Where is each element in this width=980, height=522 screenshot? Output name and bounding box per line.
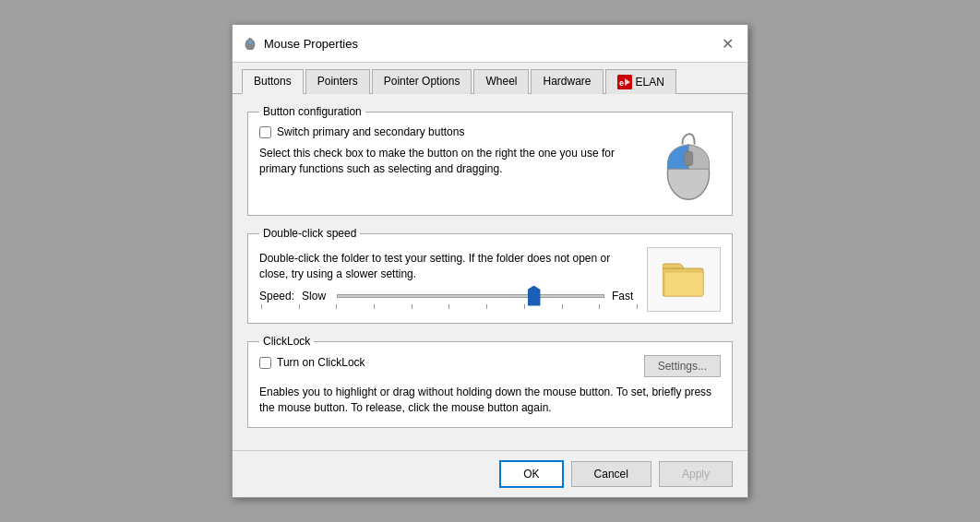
clicklock-settings-button[interactable]: Settings... — [644, 355, 721, 377]
folder-test-area[interactable] — [647, 247, 721, 312]
clicklock-checkbox-row: Turn on ClickLock — [259, 356, 365, 369]
tick-9 — [562, 304, 563, 309]
title-bar-mouse-icon — [242, 37, 258, 50]
clicklock-desc: Enables you to highlight or drag without… — [259, 385, 721, 416]
mouse-graphic — [656, 125, 721, 204]
button-config-inner: Switch primary and secondary buttons Sel… — [259, 125, 721, 204]
dialog-title: Mouse Properties — [264, 37, 358, 51]
double-click-section: Double-click speed Double-click the fold… — [247, 227, 733, 324]
clicklock-label[interactable]: Turn on ClickLock — [277, 356, 365, 369]
tick-8 — [524, 304, 525, 309]
dialog-content: Button configuration Switch primary and … — [233, 94, 747, 450]
tab-wheel[interactable]: Wheel — [473, 69, 529, 94]
clicklock-legend: ClickLock — [259, 335, 314, 348]
ok-button[interactable]: OK — [499, 460, 563, 488]
clicklock-checkbox[interactable] — [259, 357, 271, 369]
tab-elan-label: ELAN — [636, 76, 664, 89]
tick-4 — [374, 304, 375, 309]
apply-button[interactable]: Apply — [659, 461, 733, 487]
tick-3 — [336, 304, 337, 309]
primary-secondary-checkbox[interactable] — [259, 126, 271, 138]
title-bar-left: Mouse Properties — [242, 37, 358, 51]
primary-secondary-label[interactable]: Switch primary and secondary buttons — [277, 125, 464, 138]
speed-slider[interactable] — [337, 294, 604, 298]
clicklock-row: Turn on ClickLock Settings... — [259, 355, 721, 377]
tab-hardware[interactable]: Hardware — [531, 69, 603, 94]
tick-7 — [486, 304, 487, 309]
svg-rect-8 — [684, 152, 692, 166]
svg-rect-10 — [664, 272, 703, 296]
cancel-button[interactable]: Cancel — [571, 461, 651, 487]
tick-1 — [261, 304, 262, 309]
double-click-inner: Double-click the folder to test your set… — [259, 247, 721, 312]
tab-buttons[interactable]: Buttons — [242, 69, 304, 94]
tab-elan[interactable]: e ELAN — [605, 69, 676, 94]
svg-point-3 — [249, 38, 252, 40]
title-bar: Mouse Properties ✕ — [233, 25, 747, 63]
tab-pointer-options[interactable]: Pointer Options — [372, 69, 472, 94]
close-button[interactable]: ✕ — [716, 32, 738, 54]
tick-2 — [299, 304, 300, 309]
button-config-legend: Button configuration — [259, 105, 365, 118]
folder-icon — [663, 261, 705, 298]
button-config-text: Switch primary and secondary buttons Sel… — [259, 125, 641, 177]
slider-section: Double-click the folder to test your set… — [259, 251, 639, 309]
dialog-footer: OK Cancel Apply — [233, 450, 747, 497]
clicklock-section: ClickLock Turn on ClickLock Settings... … — [247, 335, 733, 428]
double-click-desc: Double-click the folder to test your set… — [259, 251, 639, 282]
tick-5 — [412, 304, 412, 309]
mouse-properties-dialog: Mouse Properties ✕ Buttons Pointers Poin… — [232, 24, 748, 498]
tick-6 — [448, 304, 449, 309]
button-config-desc: Select this check box to make the button… — [259, 146, 641, 177]
double-click-legend: Double-click speed — [259, 227, 360, 240]
tick-11 — [637, 304, 638, 309]
tab-pointers[interactable]: Pointers — [305, 69, 370, 94]
speed-label: Speed: — [259, 290, 294, 303]
fast-label: Fast — [612, 290, 639, 303]
primary-secondary-row: Switch primary and secondary buttons — [259, 125, 641, 138]
button-config-section: Button configuration Switch primary and … — [247, 105, 733, 216]
tick-10 — [599, 304, 600, 309]
elan-icon: e — [617, 75, 632, 89]
speed-row: Speed: Slow Fast — [259, 290, 639, 303]
slow-label: Slow — [302, 290, 329, 303]
tabs-container: Buttons Pointers Pointer Options Wheel H… — [233, 63, 747, 94]
svg-text:e: e — [619, 78, 624, 88]
